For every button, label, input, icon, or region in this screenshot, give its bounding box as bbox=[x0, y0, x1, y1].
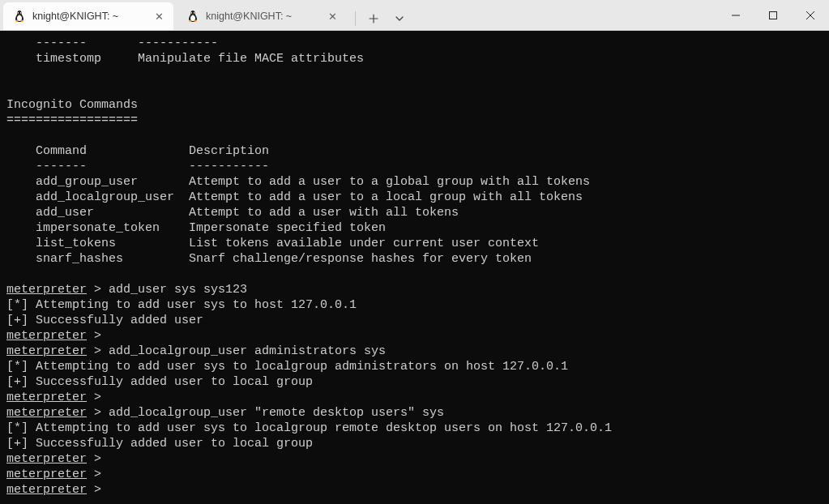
terminal-line: snarf_hashes Snarf challenge/response ha… bbox=[6, 251, 823, 267]
minimize-button[interactable] bbox=[717, 0, 754, 31]
terminal-line: meterpreter > bbox=[6, 482, 823, 498]
tux-icon bbox=[186, 10, 199, 23]
prompt: meterpreter bbox=[6, 483, 87, 497]
prompt: meterpreter bbox=[6, 468, 87, 481]
terminal-line: [*] Attempting to add user sys to localg… bbox=[6, 359, 823, 374]
close-window-button[interactable] bbox=[792, 0, 829, 31]
terminal-line: [*] Attempting to add user sys to host 1… bbox=[6, 297, 823, 313]
terminal-line bbox=[6, 66, 823, 82]
terminal-line bbox=[6, 267, 823, 282]
prompt: meterpreter bbox=[6, 406, 87, 420]
terminal-line: meterpreter > bbox=[6, 328, 823, 344]
terminal-line: ------- ----------- bbox=[6, 159, 823, 174]
terminal-line bbox=[6, 82, 823, 97]
tux-icon bbox=[13, 10, 26, 23]
tab-inactive[interactable]: knight@KNIGHT: ~ ✕ bbox=[177, 2, 347, 30]
svg-point-4 bbox=[20, 13, 21, 14]
tab-active[interactable]: knight@KNIGHT: ~ ✕ bbox=[3, 2, 173, 30]
tab-dropdown-button[interactable] bbox=[388, 7, 411, 30]
terminal-line: meterpreter > add_user sys sys123 bbox=[6, 282, 823, 297]
terminal-line: list_tokens List tokens available under … bbox=[6, 236, 823, 251]
terminal-line: ------- ----------- bbox=[6, 36, 823, 51]
terminal-line: Command Description bbox=[6, 143, 823, 159]
new-tab-button[interactable] bbox=[362, 7, 385, 30]
svg-point-11 bbox=[190, 15, 195, 21]
prompt: meterpreter bbox=[6, 452, 87, 466]
tab-label: knight@KNIGHT: ~ bbox=[206, 11, 319, 22]
terminal-line: meterpreter > add_localgroup_user "remot… bbox=[6, 405, 823, 421]
svg-point-10 bbox=[194, 13, 194, 14]
prompt: meterpreter bbox=[6, 329, 87, 343]
maximize-button[interactable] bbox=[754, 0, 792, 31]
terminal-line: meterpreter > bbox=[6, 451, 823, 467]
tabbar-controls bbox=[347, 7, 416, 30]
svg-point-9 bbox=[191, 13, 192, 14]
terminal-line: add_user Attempt to add a user with all … bbox=[6, 205, 823, 220]
terminal-line: [+] Successfully added user bbox=[6, 313, 823, 328]
terminal-line: [+] Successfully added user to local gro… bbox=[6, 436, 823, 451]
terminal-pane[interactable]: ------- ----------- timestomp Manipulate… bbox=[0, 31, 829, 504]
tab-label: knight@KNIGHT: ~ bbox=[32, 11, 146, 22]
svg-point-5 bbox=[17, 15, 22, 21]
terminal-line: impersonate_token Impersonate specified … bbox=[6, 220, 823, 236]
terminal-line: ================== bbox=[6, 113, 823, 128]
svg-rect-12 bbox=[770, 12, 777, 19]
terminal-line: Incognito Commands bbox=[6, 97, 823, 113]
terminal-line: [*] Attempting to add user sys to localg… bbox=[6, 421, 823, 436]
window-controls bbox=[717, 0, 829, 30]
prompt: meterpreter bbox=[6, 344, 87, 358]
close-tab-icon[interactable]: ✕ bbox=[152, 10, 165, 23]
terminal-line: timestomp Manipulate file MACE attribute… bbox=[6, 51, 823, 66]
terminal-line: meterpreter > bbox=[6, 390, 823, 405]
divider bbox=[355, 11, 356, 26]
terminal-line bbox=[6, 128, 823, 143]
close-tab-icon[interactable]: ✕ bbox=[326, 10, 339, 23]
terminal-line: add_group_user Attempt to add a user to … bbox=[6, 174, 823, 190]
tab-strip: knight@KNIGHT: ~ ✕ knight@KNIGHT: ~ ✕ bbox=[0, 0, 717, 30]
title-bar: knight@KNIGHT: ~ ✕ knight@KNIGHT: ~ ✕ bbox=[0, 0, 829, 31]
svg-point-3 bbox=[18, 13, 19, 14]
prompt: meterpreter bbox=[6, 391, 87, 404]
prompt: meterpreter bbox=[6, 283, 87, 297]
terminal-line: meterpreter > bbox=[6, 467, 823, 482]
terminal-line: meterpreter > add_localgroup_user admini… bbox=[6, 344, 823, 359]
terminal-line: [+] Successfully added user to local gro… bbox=[6, 374, 823, 390]
terminal-line: add_localgroup_user Attempt to add a use… bbox=[6, 190, 823, 205]
